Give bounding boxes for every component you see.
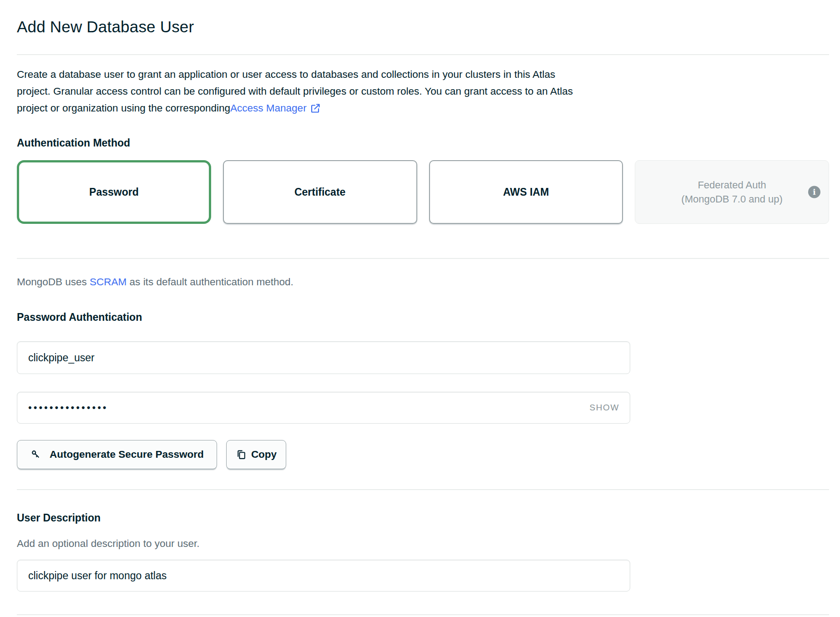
authentication-method-heading: Authentication Method — [17, 136, 829, 150]
intro-line-2: project. Granular access control can be … — [17, 83, 829, 100]
scram-link[interactable]: SCRAM — [90, 276, 127, 288]
scram-note: MongoDB uses SCRAM as its default authen… — [17, 276, 829, 288]
external-link-icon[interactable] — [310, 103, 321, 114]
auth-option-certificate[interactable]: Certificate — [223, 160, 417, 224]
divider — [17, 614, 829, 615]
auth-option-aws-iam-label: AWS IAM — [503, 186, 549, 198]
password-actions-row: Autogenerate Secure Password Copy — [17, 440, 829, 469]
auth-option-password[interactable]: Password — [17, 160, 211, 224]
intro-line-3-text: project or organization using the corres… — [17, 100, 230, 116]
autogenerate-password-label: Autogenerate Secure Password — [50, 449, 204, 460]
divider — [17, 258, 829, 259]
auth-option-password-label: Password — [89, 186, 139, 198]
federated-label-line-2: (MongoDB 7.0 and up) — [681, 192, 783, 206]
show-password-button[interactable]: SHOW — [589, 403, 619, 413]
page-title: Add New Database User — [17, 16, 829, 37]
user-description-heading: User Description — [17, 511, 829, 525]
password-input[interactable] — [17, 392, 630, 424]
federated-label-line-1: Federated Auth — [681, 178, 783, 192]
intro-paragraph: Create a database user to grant an appli… — [17, 66, 829, 116]
info-icon[interactable]: i — [808, 186, 820, 198]
copy-icon — [236, 449, 247, 460]
user-description-input[interactable] — [17, 560, 630, 592]
access-manager-link[interactable]: Access Manager — [230, 100, 307, 116]
intro-line-3: project or organization using the corres… — [17, 100, 829, 116]
autogenerate-password-button[interactable]: Autogenerate Secure Password — [17, 440, 217, 469]
user-description-helper-text: Add an optional description to your user… — [17, 537, 829, 550]
auth-option-federated-auth: Federated Auth (MongoDB 7.0 and up) i — [635, 160, 829, 224]
copy-button-label: Copy — [251, 449, 277, 460]
auth-option-federated-label: Federated Auth (MongoDB 7.0 and up) — [681, 178, 783, 206]
copy-password-button[interactable]: Copy — [226, 440, 286, 469]
username-input[interactable] — [17, 341, 630, 374]
auth-option-aws-iam[interactable]: AWS IAM — [429, 160, 623, 224]
key-icon — [30, 449, 42, 460]
add-new-database-user-page: Add New Database User Create a database … — [0, 16, 840, 615]
divider — [17, 489, 829, 490]
password-field-container: SHOW — [17, 392, 630, 424]
intro-line-1: Create a database user to grant an appli… — [17, 66, 829, 83]
divider — [17, 54, 829, 55]
auth-option-certificate-label: Certificate — [294, 186, 345, 198]
scram-note-prefix: MongoDB uses — [17, 276, 90, 288]
auth-method-options: Password Certificate AWS IAM Federated A… — [17, 160, 829, 224]
scram-note-suffix: as its default authentication method. — [127, 276, 293, 288]
password-authentication-heading: Password Authentication — [17, 310, 829, 324]
